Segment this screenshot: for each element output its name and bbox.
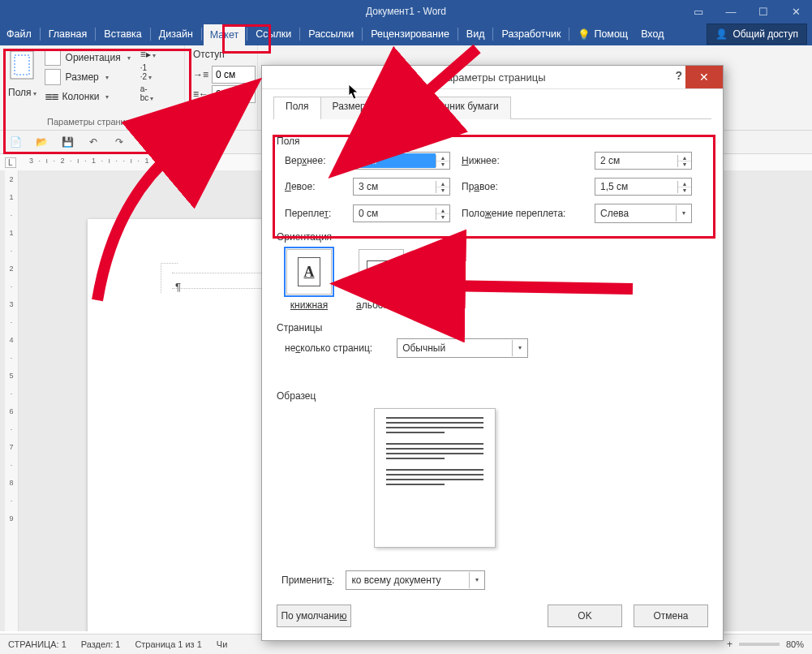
input-top-margin[interactable]: 2 см▲▼ — [353, 152, 450, 170]
new-file-icon[interactable]: 📄 — [8, 135, 23, 149]
indent-left-input[interactable] — [212, 66, 256, 84]
dialog-tab-fields[interactable]: Поля — [273, 97, 321, 119]
pages-section-header: Страницы — [277, 322, 708, 333]
indent-header: Отступ — [193, 49, 249, 60]
columns-icon: ≣≣ — [45, 91, 58, 102]
status-chars[interactable]: Чи — [217, 639, 227, 649]
input-left-margin[interactable]: 3 см▲▼ — [353, 178, 450, 196]
tab-design[interactable]: Дизайн — [153, 23, 200, 45]
hyphenation-button[interactable]: a-bc▾ — [140, 84, 156, 102]
vertical-ruler[interactable]: 21·1·2·3·4·5·6·7·8·9 — [5, 170, 19, 631]
tab-mailings[interactable]: Рассылки — [302, 23, 360, 45]
page-setup-dialog: Параметры страницы ? ✕ Поля Размер бумаг… — [261, 65, 724, 641]
label-top: Верхнее: — [285, 155, 342, 166]
combo-apply[interactable]: ко всему документу▾ — [346, 570, 485, 590]
label-multipages: несколько страниц: — [285, 342, 372, 354]
preview-pane — [374, 408, 496, 548]
print-preview-icon[interactable]: 🔍 — [138, 135, 153, 149]
window-title: Документ1 - Word — [366, 6, 446, 17]
line-numbers-button[interactable]: ∙1∙2▾ — [140, 63, 156, 81]
orientation-landscape[interactable]: A альбомная — [356, 249, 406, 311]
save-icon[interactable]: 💾 — [60, 135, 75, 149]
tab-file[interactable]: Файл — [0, 23, 38, 45]
landscape-icon: A — [367, 260, 396, 283]
indent-right-icon: ≡← — [193, 88, 208, 100]
tab-help[interactable]: 💡Помощ — [571, 23, 634, 45]
tab-selector[interactable]: L — [5, 157, 16, 168]
dialog-titlebar[interactable]: Параметры страницы ? ✕ — [262, 66, 723, 89]
zoom-control[interactable]: + 80% — [727, 639, 804, 650]
dialog-help-icon[interactable]: ? — [675, 69, 682, 82]
size-icon — [45, 69, 61, 85]
close-icon[interactable]: ✕ — [780, 0, 812, 23]
tab-insert[interactable]: Вставка — [97, 23, 148, 45]
indent-right-field[interactable]: ≡← — [193, 84, 249, 104]
label-bottom: Нижнее: — [462, 155, 583, 166]
tab-review[interactable]: Рецензирование — [364, 23, 456, 45]
dialog-tab-papersource[interactable]: Источник бумаги — [411, 97, 511, 119]
ribbon-options-icon[interactable]: ▭ — [682, 0, 715, 23]
input-bottom-margin[interactable]: 2 см▲▼ — [595, 152, 692, 170]
maximize-icon[interactable]: ☐ — [747, 0, 780, 23]
dialog-launcher-pagesetup[interactable]: ↘ — [170, 115, 181, 127]
input-right-margin[interactable]: 1,5 см▲▼ — [595, 178, 692, 196]
undo-icon[interactable]: ↶ — [86, 135, 101, 149]
indent-left-field[interactable]: →≡ — [193, 65, 249, 84]
orientation-icon — [45, 49, 61, 66]
tab-home[interactable]: Главная — [42, 23, 94, 45]
dialog-tabs: Поля Размер бумаги Источник бумаги — [273, 96, 711, 119]
label-apply: Применить: — [281, 574, 334, 586]
table-icon[interactable]: ▦ — [190, 135, 204, 149]
portrait-icon: A — [298, 257, 320, 286]
zoom-value[interactable]: 80% — [786, 639, 804, 649]
label-right: Правое: — [462, 181, 583, 192]
status-section[interactable]: Раздел: 1 — [81, 639, 121, 649]
size-button[interactable]: Размер▾ — [45, 68, 131, 86]
label-gutter: Переплет: — [285, 208, 342, 219]
window-titlebar: Документ1 - Word ▭ — ☐ ✕ — [0, 0, 812, 23]
indent-right-input[interactable] — [212, 85, 256, 103]
combo-multipages[interactable]: Обычный▾ — [397, 338, 528, 358]
margins-button[interactable]: Поля▾ — [8, 49, 37, 98]
tab-developer[interactable]: Разработчик — [495, 23, 567, 45]
ribbon-group-pagesetup: Поля▾ Ориентация▾ Размер▾ ≣≣ Колонки▾ — [0, 45, 185, 130]
minimize-icon[interactable]: — — [715, 0, 747, 23]
ok-button[interactable]: OK — [548, 605, 622, 627]
dialog-close-button[interactable]: ✕ — [685, 66, 723, 88]
breaks-button[interactable]: ≡▸▾ — [140, 49, 156, 60]
dialog-title: Параметры страницы — [439, 71, 545, 84]
preview-section-header: Образец — [277, 390, 708, 402]
columns-button[interactable]: ≣≣ Колонки▾ — [45, 88, 131, 105]
status-page-of[interactable]: Страница 1 из 1 — [135, 639, 201, 649]
orientation-button[interactable]: Ориентация▾ — [45, 49, 131, 67]
redo-icon[interactable]: ↷ — [112, 135, 127, 149]
window-controls: ▭ — ☐ ✕ — [682, 0, 812, 23]
quick-print-icon[interactable]: 🖶 — [164, 135, 178, 149]
tab-layout[interactable]: Макет — [204, 23, 245, 45]
ribbon-tabs: Файл Главная Вставка Дизайн Макет Ссылки… — [0, 23, 812, 45]
share-button[interactable]: 👤 Общий доступ — [707, 24, 807, 45]
cancel-button[interactable]: Отмена — [634, 605, 708, 627]
share-label: Общий доступ — [733, 28, 798, 40]
margins-icon — [8, 49, 36, 81]
indent-left-icon: →≡ — [193, 69, 208, 80]
zoom-in-icon[interactable]: + — [727, 639, 733, 650]
ruler-ticks: 3 · ı · 2 · ı · 1 · ı · · ı · 1 · ı · 2 — [29, 157, 182, 165]
combo-gutter-position[interactable]: Слева▾ — [595, 204, 692, 223]
orientation-section-header: Ориентация — [277, 231, 708, 243]
input-gutter[interactable]: 0 см▲▼ — [353, 204, 450, 222]
status-page[interactable]: СТРАНИЦА: 1 — [8, 639, 67, 649]
group-label-pagesetup: Параметры страницы — [8, 115, 176, 130]
zoom-slider[interactable] — [739, 643, 780, 646]
dialog-tab-papersize[interactable]: Размер бумаги — [320, 97, 412, 119]
label-gutter-pos: Положение переплета: — [462, 208, 583, 219]
share-icon: 👤 — [715, 28, 728, 40]
default-button[interactable]: По умолчанию — [277, 605, 351, 627]
tab-references[interactable]: Ссылки — [249, 23, 298, 45]
ribbon-group-indent: Отступ →≡ ≡← — [185, 45, 258, 130]
tab-view[interactable]: Вид — [460, 23, 492, 45]
fields-section-header: Поля — [277, 136, 708, 147]
signin-link[interactable]: Вход — [634, 23, 670, 45]
orientation-portrait[interactable]: A книжная — [286, 249, 332, 311]
open-file-icon[interactable]: 📂 — [34, 135, 49, 149]
